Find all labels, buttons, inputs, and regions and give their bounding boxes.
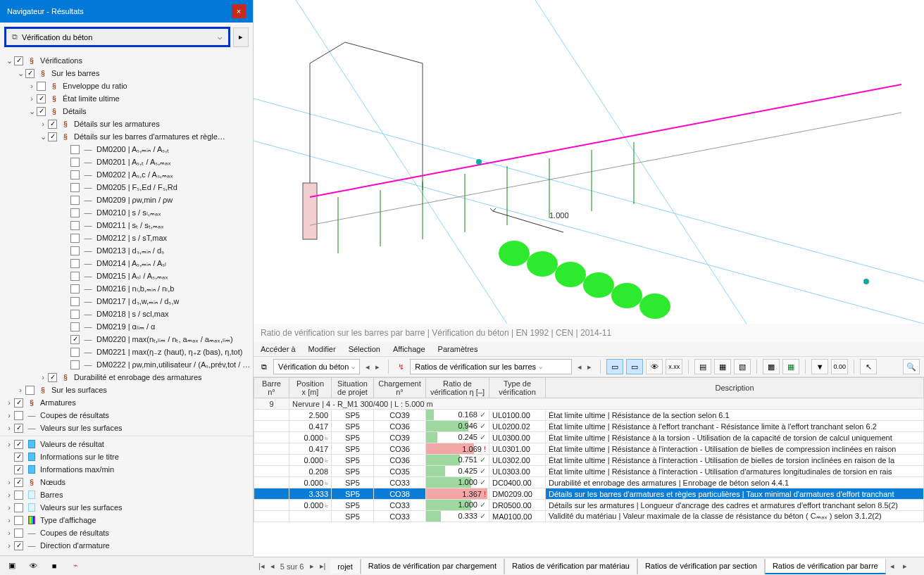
checkbox[interactable]: [14, 516, 23, 525]
checkbox[interactable]: [14, 503, 23, 512]
results-tab[interactable]: Ratios de vérification par section: [637, 559, 765, 574]
expand-icon[interactable]: ›: [15, 386, 25, 394]
checkbox[interactable]: [14, 56, 23, 65]
checkbox[interactable]: [70, 284, 80, 293]
table-row[interactable]: 0.000≈SP5CO390.245 ✓UL0300.00État limite…: [254, 432, 924, 443]
tree-item[interactable]: —DM0221 | max(η₋z (haut), η₊z (bas), η,t…: [0, 346, 253, 358]
checkbox[interactable]: [14, 491, 23, 500]
checkbox[interactable]: [14, 453, 23, 462]
checkbox[interactable]: [70, 196, 80, 205]
checkbox[interactable]: [70, 348, 80, 357]
expand-icon[interactable]: ›: [38, 120, 48, 128]
tree-item[interactable]: ›§Durabilité et enrobage des armatures: [0, 371, 253, 384]
next-button[interactable]: ▸: [373, 359, 382, 374]
checkbox[interactable]: [14, 424, 23, 433]
tree-item[interactable]: ›§Enveloppe du ratio: [0, 80, 253, 92]
table-row[interactable]: 0.208SP5CO350.425 ✓UL0303.00État limite …: [254, 466, 924, 477]
tool-excel-button[interactable]: ▦: [782, 359, 799, 374]
expand-icon[interactable]: ›: [27, 82, 37, 90]
tree-item[interactable]: —DM0219 | αₗᵢₘ / α: [0, 320, 253, 333]
checkbox[interactable]: [70, 259, 80, 268]
tree-item[interactable]: —DM0210 | s / sₗ,ₘₐₓ: [0, 206, 253, 219]
checkbox[interactable]: [70, 145, 80, 154]
tool-expand-button[interactable]: ▧: [734, 359, 751, 374]
expand-icon[interactable]: ›: [4, 424, 14, 432]
checkbox[interactable]: [37, 82, 46, 91]
checkbox[interactable]: [14, 411, 23, 420]
checkbox[interactable]: [25, 69, 35, 78]
tree-item[interactable]: —DM0205 | Fₛ,Ed / Fₛ,Rd: [0, 181, 253, 194]
menu-paramètres[interactable]: Paramètres: [438, 345, 478, 353]
tree-item[interactable]: ›Type d'affichage: [0, 514, 253, 526]
expand-icon[interactable]: ›: [38, 373, 48, 381]
tab-partial[interactable]: rojet: [330, 560, 360, 574]
col-barre[interactable]: Barre n°: [254, 378, 289, 398]
col-type[interactable]: Type de vérification: [489, 378, 546, 398]
collapse-icon[interactable]: ⌄: [38, 132, 48, 141]
tool-highlight-button[interactable]: ▭: [626, 359, 643, 374]
tree-item[interactable]: Informations sur le titre: [0, 450, 253, 463]
table-row[interactable]: 3.333SP5CO381.367 !DM0209.00Détails sur …: [254, 488, 924, 500]
tree-item[interactable]: —DM0200 | Aₛ,ₘᵢₙ / Aₛ,ₜ: [0, 143, 253, 156]
checkbox[interactable]: [48, 120, 57, 129]
tree-item[interactable]: ›—Coupes de résultats: [0, 409, 253, 422]
checkbox[interactable]: [14, 541, 23, 550]
tool-eye-button[interactable]: 👁: [646, 359, 663, 374]
tool-format-button[interactable]: 0.00: [831, 359, 848, 374]
tree-item[interactable]: ⌄§Détails: [0, 105, 253, 118]
expand-icon[interactable]: ›: [4, 411, 14, 419]
tree-item[interactable]: ›§Armatures: [0, 396, 253, 409]
table-row[interactable]: 2.500SP5CO390.168 ✓UL0100.00État limite …: [254, 410, 924, 421]
checkbox[interactable]: [14, 478, 23, 487]
table-row[interactable]: SP5CO330.333 ✓MA0100.00Validité du matér…: [254, 511, 924, 522]
tree-item[interactable]: —DM0213 | dₛ,ₘᵢₙ / dₛ: [0, 244, 253, 257]
tool-colors-button[interactable]: ▩: [763, 359, 780, 374]
results-tab[interactable]: Ratios de vérification par chargement: [361, 559, 504, 574]
checkbox[interactable]: [70, 297, 80, 306]
tree-item[interactable]: —DM0216 | nₗ,b,ₘᵢₙ / nₗ,b: [0, 282, 253, 295]
tree-item[interactable]: —DM0201 | Aₛ,ₜ / Aₛ,ₘₐₓ: [0, 156, 253, 168]
tool-pointer-button[interactable]: ↖: [860, 359, 877, 374]
tree-item[interactable]: ›Valeurs de résultat: [0, 438, 253, 450]
tree-item[interactable]: ›Barres: [0, 488, 253, 501]
table-group-row[interactable]: 9Nervure | 4 - R_M1 300/400 | L : 5.000 …: [254, 398, 924, 410]
checkbox[interactable]: [70, 246, 80, 255]
checkbox[interactable]: [25, 386, 35, 395]
expand-icon[interactable]: ›: [4, 529, 14, 537]
tree-item[interactable]: ›—Coupes de résultats: [0, 526, 253, 539]
tree-item[interactable]: —DM0202 | Aₛ,c / Aₛ,ₘₐₓ: [0, 168, 253, 181]
tree-item[interactable]: ›Valeurs sur les surfaces: [0, 501, 253, 514]
collapse-icon[interactable]: ⌄: [15, 69, 25, 78]
tabs-scroll-right[interactable]: ▸: [899, 562, 911, 571]
col-position[interactable]: Position x [m]: [289, 378, 332, 398]
collapse-icon[interactable]: ⌄: [4, 56, 14, 65]
tree-item[interactable]: —DM0217 | dₛ,w,ₘᵢₙ / dₛ,w: [0, 295, 253, 308]
close-icon[interactable]: ×: [232, 4, 246, 18]
checkbox[interactable]: [70, 221, 80, 230]
collapse-icon[interactable]: ⌄: [27, 107, 37, 116]
checkbox[interactable]: [70, 183, 80, 192]
tree-item[interactable]: ⌄§Détails sur les barres d'armatures et …: [0, 130, 253, 143]
tree-item[interactable]: ›—Valeurs sur les surfaces: [0, 422, 253, 434]
expand-icon[interactable]: ›: [4, 478, 14, 486]
camera-icon[interactable]: ■: [46, 559, 62, 573]
eye-icon[interactable]: 👁: [25, 559, 41, 573]
checkbox[interactable]: [70, 272, 80, 281]
checkbox[interactable]: [37, 94, 46, 103]
checkbox[interactable]: [14, 529, 23, 538]
expand-icon[interactable]: ›: [4, 541, 14, 550]
col-chargement[interactable]: Chargement n°: [374, 378, 426, 398]
expand-icon[interactable]: ›: [4, 440, 14, 448]
tool-find-button[interactable]: 🔍: [903, 359, 920, 374]
results-tab[interactable]: Ratios de vérification par matériau: [504, 559, 637, 574]
tree-item[interactable]: ⌄§Vérifications: [0, 54, 253, 67]
prev-page-button[interactable]: ◂: [268, 562, 277, 571]
tree-item[interactable]: Informations max/min: [0, 463, 253, 476]
tree-item[interactable]: ›§Détails sur les armatures: [0, 118, 253, 130]
model-viewport[interactable]: 1.000: [254, 0, 924, 324]
expand-icon[interactable]: ›: [4, 491, 14, 499]
table-row[interactable]: 0.000≈SP5CO331.000 ✓DR0500.00Détails sur…: [254, 500, 924, 511]
col-description[interactable]: Description: [546, 378, 924, 398]
checkbox[interactable]: [14, 398, 23, 407]
checkbox[interactable]: [14, 440, 23, 449]
